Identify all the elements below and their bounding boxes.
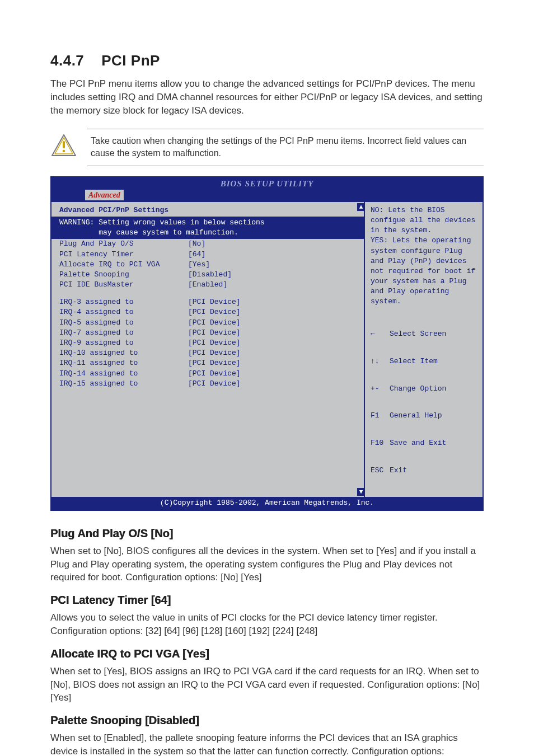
bios-setting-value: [No] — [188, 239, 205, 249]
bios-row[interactable]: Palette Snooping[Disabled] — [59, 270, 358, 280]
subsection-heading: PCI Latency Timer [64] — [50, 592, 484, 608]
bios-key-desc: Change Option — [390, 384, 446, 393]
caution-text: Take caution when changing the settings … — [87, 129, 484, 166]
scroll-down-icon[interactable]: ▼ — [357, 488, 365, 496]
subsection-heading: Plug And Play O/S [No] — [50, 525, 484, 541]
bios-setting-value: [PCI Device] — [188, 338, 241, 348]
section-title: PCI PnP — [101, 52, 160, 69]
bios-key-row: ←Select Screen — [371, 330, 477, 339]
bios-left-panel: ▲ Advanced PCI/PnP Settings WARNING: Set… — [51, 202, 365, 497]
arrow-updown-icon: ↑↓ — [371, 357, 390, 366]
bios-setting-label: IRQ-14 assigned to — [59, 369, 188, 379]
section-number: 4.4.7 — [50, 52, 84, 69]
bios-row[interactable]: IRQ-3 assigned to[PCI Device] — [59, 297, 358, 307]
bios-setting-value: [PCI Device] — [188, 348, 241, 358]
spacer — [59, 290, 358, 297]
bios-setting-value: [64] — [188, 250, 205, 260]
bios-setting-label: IRQ-4 assigned to — [59, 307, 188, 317]
svg-point-3 — [63, 150, 65, 153]
f10-key: F10 — [371, 439, 390, 448]
bios-setting-label: IRQ-3 assigned to — [59, 297, 188, 307]
bios-row[interactable]: IRQ-11 assigned to[PCI Device] — [59, 358, 358, 368]
section-intro: The PCI PnP menu items allow you to chan… — [50, 77, 484, 117]
bios-footer: (C)Copyright 1985-2002, American Megatre… — [51, 497, 483, 510]
bios-setting-value: [PCI Device] — [188, 328, 241, 338]
caution-icon — [50, 133, 77, 161]
bios-tab-advanced[interactable]: Advanced — [85, 190, 124, 201]
section-heading: 4.4.7 PCI PnP — [50, 50, 484, 71]
bios-right-panel: NO: Lets the BIOS configue all the devic… — [365, 202, 483, 497]
bios-key-row: F1General Help — [371, 411, 477, 420]
bios-setting-value: [Disabled] — [188, 270, 232, 280]
bios-setting-label: Allocate IRQ to PCI VGA — [59, 260, 188, 270]
bios-key-desc: Save and Exit — [390, 439, 446, 447]
subsection-text: When set to [Enabled], the pallete snoop… — [50, 731, 484, 756]
bios-setting-label: IRQ-15 assigned to — [59, 379, 188, 389]
subsection-heading: Palette Snooping [Disabled] — [50, 712, 484, 728]
bios-screen: BIOS SETUP UTILITY Advanced ▲ Advanced P… — [50, 176, 484, 511]
bios-panel-heading: Advanced PCI/PnP Settings — [59, 205, 358, 215]
svg-rect-2 — [63, 141, 65, 148]
bios-key-desc: General Help — [390, 411, 442, 420]
subsection-heading: Allocate IRQ to PCI VGA [Yes] — [50, 646, 484, 661]
bios-row[interactable]: Plug And Play O/S[No] — [59, 239, 358, 249]
bios-row[interactable]: IRQ-15 assigned to[PCI Device] — [59, 379, 358, 389]
arrow-left-icon: ← — [371, 330, 390, 339]
bios-help-text: NO: Lets the BIOS configue all the devic… — [371, 205, 477, 307]
bios-group1: Plug And Play O/S[No] PCI Latency Timer[… — [59, 239, 358, 290]
bios-key-row: ↑↓Select Item — [371, 357, 477, 366]
f1-key: F1 — [371, 411, 390, 420]
bios-key-desc: Exit — [390, 466, 407, 475]
plus-minus-icon: +- — [371, 384, 390, 393]
bios-body: ▲ Advanced PCI/PnP Settings WARNING: Set… — [51, 202, 483, 497]
bios-key-row: F10Save and Exit — [371, 439, 477, 448]
bios-row[interactable]: IRQ-4 assigned to[PCI Device] — [59, 307, 358, 317]
bios-setting-value: [Yes] — [188, 260, 210, 270]
bios-setting-value: [Enabled] — [188, 280, 227, 290]
bios-setting-value: [PCI Device] — [188, 369, 241, 379]
bios-title: BIOS SETUP UTILITY — [51, 177, 483, 190]
bios-setting-label: IRQ-10 assigned to — [59, 348, 188, 358]
bios-setting-label: Plug And Play O/S — [59, 239, 188, 249]
bios-setting-value: [PCI Device] — [188, 307, 241, 317]
bios-row[interactable]: Allocate IRQ to PCI VGA[Yes] — [59, 260, 358, 270]
bios-setting-value: [PCI Device] — [188, 379, 241, 389]
bios-group2: IRQ-3 assigned to[PCI Device] IRQ-4 assi… — [59, 297, 358, 389]
bios-row[interactable]: IRQ-14 assigned to[PCI Device] — [59, 369, 358, 379]
bios-setting-value: [PCI Device] — [188, 318, 241, 328]
subsection-text: When set to [Yes], BIOS assigns an IRQ t… — [50, 665, 484, 705]
subsection-text: When set to [No], BIOS configures all th… — [50, 544, 484, 584]
bios-setting-label: IRQ-7 assigned to — [59, 328, 188, 338]
caution-box: Take caution when changing the settings … — [50, 129, 484, 166]
bios-row[interactable]: PCI Latency Timer[64] — [59, 250, 358, 260]
bios-setting-label: IRQ-11 assigned to — [59, 358, 188, 368]
bios-key-row: +-Change Option — [371, 384, 477, 393]
bios-setting-label: Palette Snooping — [59, 270, 188, 280]
bios-row[interactable]: IRQ-9 assigned to[PCI Device] — [59, 338, 358, 348]
bios-row[interactable]: IRQ-10 assigned to[PCI Device] — [59, 348, 358, 358]
bios-setting-label: PCI Latency Timer — [59, 250, 188, 260]
bios-row[interactable]: IRQ-7 assigned to[PCI Device] — [59, 328, 358, 338]
bios-row[interactable]: IRQ-5 assigned to[PCI Device] — [59, 318, 358, 328]
bios-warning: WARNING: Setting wrong values in below s… — [51, 217, 364, 239]
bios-setting-label: PCI IDE BusMaster — [59, 280, 188, 290]
bios-key-row: ESCExit — [371, 466, 477, 475]
bios-key-desc: Select Item — [390, 357, 438, 365]
bios-key-desc: Select Screen — [390, 330, 446, 338]
scroll-up-icon[interactable]: ▲ — [357, 203, 365, 211]
bios-setting-label: IRQ-9 assigned to — [59, 338, 188, 348]
bios-setting-value: [PCI Device] — [188, 297, 241, 307]
esc-key: ESC — [371, 466, 390, 475]
bios-tab-row: Advanced — [51, 190, 483, 202]
subsection-text: Allows you to select the value in units … — [50, 611, 484, 638]
bios-setting-value: [PCI Device] — [188, 358, 241, 368]
bios-keys: ←Select Screen ↑↓Select Item +-Change Op… — [371, 312, 477, 494]
bios-row[interactable]: PCI IDE BusMaster[Enabled] — [59, 280, 358, 290]
bios-setting-label: IRQ-5 assigned to — [59, 318, 188, 328]
bios-title-row: BIOS SETUP UTILITY — [51, 177, 483, 190]
